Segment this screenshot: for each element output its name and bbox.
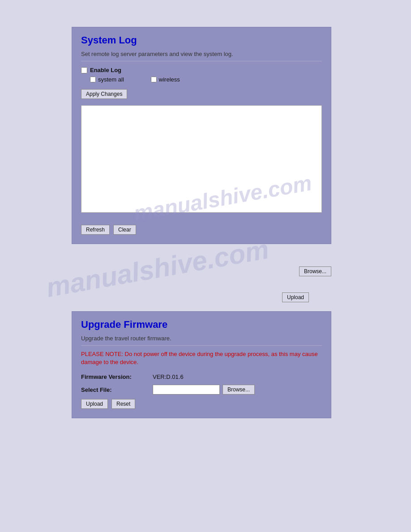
log-buttons-row: Refresh Clear <box>81 225 322 235</box>
apply-changes-button[interactable]: Apply Changes <box>81 89 127 99</box>
firmware-browse-button[interactable]: Browse... <box>223 385 255 395</box>
select-file-input[interactable] <box>153 385 220 395</box>
wireless-item: wireless <box>151 76 180 83</box>
system-log-panel: System Log Set remote log server paramet… <box>72 27 331 244</box>
middle-upload-button[interactable]: Upload <box>282 292 309 302</box>
log-area-wrapper: manualshive.com <box>81 105 322 219</box>
select-file-row: Select File: Browse... <box>81 385 322 395</box>
middle-upload-group: Upload <box>282 292 309 302</box>
system-log-subtitle: Set remote log server parameters and vie… <box>81 51 322 61</box>
sub-checkbox-row: system all wireless <box>90 76 322 83</box>
middle-browse-group: Browse... <box>299 266 331 276</box>
firmware-reset-button[interactable]: Reset <box>111 399 135 409</box>
enable-log-label: Enable Log <box>90 67 121 73</box>
wireless-label: wireless <box>159 76 180 83</box>
middle-section: manualshive.com Browse... Upload <box>72 253 331 307</box>
upgrade-firmware-subtitle: Upgrade the travel router firmware. <box>81 335 322 346</box>
enable-log-row: Enable Log <box>81 67 322 73</box>
system-log-title: System Log <box>81 34 322 46</box>
middle-watermark: manualshive.com <box>44 234 271 303</box>
upgrade-firmware-panel: Upgrade Firmware Upgrade the travel rout… <box>72 311 331 418</box>
upgrade-warning: PLEASE NOTE: Do not power off the device… <box>81 350 322 366</box>
refresh-button[interactable]: Refresh <box>81 225 110 235</box>
apply-changes-row: Apply Changes <box>81 89 322 99</box>
system-all-checkbox[interactable] <box>90 77 96 82</box>
enable-log-checkbox[interactable] <box>81 67 87 73</box>
upgrade-firmware-title: Upgrade Firmware <box>81 319 322 330</box>
firmware-version-row: Firmware Version: VER:D.01.6 <box>81 373 322 380</box>
wireless-checkbox[interactable] <box>151 77 157 82</box>
firmware-version-value: VER:D.01.6 <box>153 373 184 380</box>
system-all-item: system all <box>90 76 124 83</box>
clear-button[interactable]: Clear <box>113 225 136 235</box>
firmware-version-label: Firmware Version: <box>81 373 153 380</box>
system-all-label: system all <box>98 76 124 83</box>
select-file-label: Select File: <box>81 386 153 393</box>
firmware-upload-button[interactable]: Upload <box>81 399 108 409</box>
middle-browse-button[interactable]: Browse... <box>299 266 331 276</box>
log-textarea[interactable] <box>81 105 322 213</box>
firmware-action-buttons: Upload Reset <box>81 399 322 409</box>
